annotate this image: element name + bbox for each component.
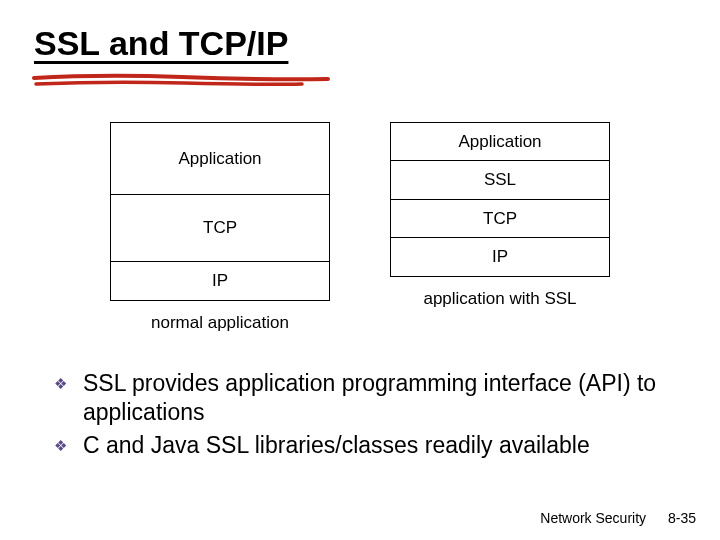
- slide-title: SSL and TCP/IP: [0, 0, 720, 67]
- diagram-area: Application TCP IP normal application Ap…: [0, 123, 720, 333]
- bullet-list: ❖ SSL provides application programming i…: [54, 369, 680, 461]
- bullet-text: C and Java SSL libraries/classes readily…: [83, 431, 590, 460]
- ssl-ssl-layer: SSL: [390, 160, 610, 200]
- normal-stack: Application TCP IP normal application: [110, 123, 330, 333]
- normal-app-layer: Application: [110, 122, 330, 196]
- normal-tcp-layer: TCP: [110, 194, 330, 262]
- ssl-ip-layer: IP: [390, 237, 610, 277]
- ssl-stack: Application SSL TCP IP application with …: [390, 123, 610, 333]
- footer-page: 8-35: [668, 510, 696, 526]
- ssl-app-layer: Application: [390, 122, 610, 162]
- slide-footer: Network Security 8-35: [540, 510, 696, 526]
- diamond-bullet-icon: ❖: [54, 437, 67, 455]
- diamond-bullet-icon: ❖: [54, 375, 67, 393]
- bullet-text: SSL provides application programming int…: [83, 369, 680, 428]
- bullet-item: ❖ SSL provides application programming i…: [54, 369, 680, 428]
- title-underline-accent: [32, 72, 332, 90]
- footer-section: Network Security: [540, 510, 646, 526]
- ssl-caption: application with SSL: [423, 289, 576, 309]
- normal-caption: normal application: [151, 313, 289, 333]
- bullet-item: ❖ C and Java SSL libraries/classes readi…: [54, 431, 680, 460]
- ssl-tcp-layer: TCP: [390, 199, 610, 239]
- normal-ip-layer: IP: [110, 261, 330, 301]
